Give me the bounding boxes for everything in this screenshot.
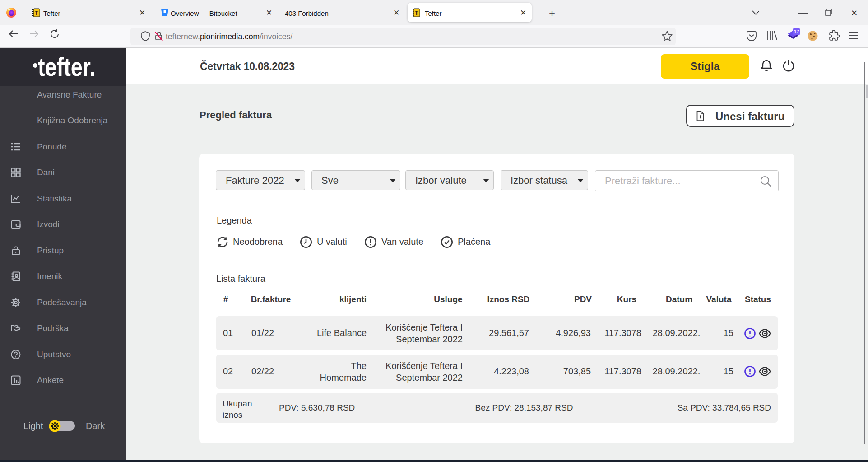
svg-text:17: 17 bbox=[794, 29, 799, 34]
svg-text:T: T bbox=[415, 9, 418, 16]
svg-text:T: T bbox=[35, 9, 38, 16]
